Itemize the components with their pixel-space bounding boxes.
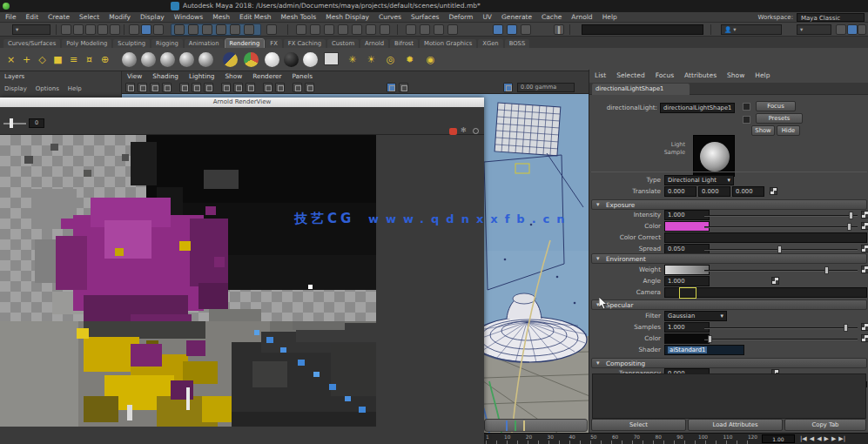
viewport-shaded-icon[interactable]	[233, 83, 243, 92]
shelf-light-icon-3[interactable]: ◎	[383, 52, 398, 67]
viewport-camera-icon[interactable]	[125, 83, 135, 92]
sequence-render-icon[interactable]	[521, 24, 531, 35]
undo-icon[interactable]	[98, 24, 108, 35]
spread-slider[interactable]	[704, 249, 858, 251]
translate-x-field[interactable]: 0.000	[664, 186, 696, 197]
translate-y-field[interactable]: 0.000	[698, 186, 730, 197]
map-texture-icon[interactable]	[861, 245, 868, 252]
display-layers-icon[interactable]	[447, 24, 458, 35]
shelf-render-settings-icon[interactable]	[324, 52, 339, 65]
menu-item[interactable]: Mesh Tools	[281, 13, 317, 21]
new-scene-icon[interactable]	[61, 24, 71, 35]
load-attributes-button[interactable]: Load Attributes	[688, 419, 783, 431]
viewport-exposure-icon[interactable]	[503, 83, 513, 92]
save-scene-icon[interactable]	[85, 24, 96, 35]
shelf-tool-icon-2[interactable]: +	[19, 52, 34, 67]
playback-button[interactable]: |◀	[800, 434, 807, 444]
hide-button[interactable]: Hide	[777, 125, 800, 136]
shelf-material-sphere-2[interactable]	[141, 52, 156, 67]
attribute-editor-menu-item[interactable]: Help	[755, 71, 770, 79]
tool-settings-toggle-icon[interactable]	[847, 24, 858, 35]
shelf-black-shader-icon[interactable]	[284, 52, 299, 67]
shelf-surface-shader-icon[interactable]	[265, 52, 279, 67]
menu-item[interactable]: Edit	[26, 13, 39, 21]
shelf-tab[interactable]: XGen	[478, 39, 502, 48]
time-tick-label[interactable]: 20	[526, 434, 532, 440]
playback-button[interactable]: ▶	[831, 434, 836, 444]
shelf-tool-icon-6[interactable]: ¤	[82, 52, 97, 67]
select-tool-icon[interactable]	[129, 24, 139, 35]
shelf-tab[interactable]: FX Caching	[284, 39, 326, 48]
redo-icon[interactable]	[110, 24, 120, 35]
filter-dropdown[interactable]: Gaussian▾	[664, 311, 727, 321]
menu-item[interactable]: Modify	[109, 13, 131, 21]
viewport-menu-item[interactable]: Renderer	[252, 72, 281, 80]
viewport-menu-item[interactable]: View	[127, 72, 142, 80]
window-titlebar[interactable]: Autodesk Maya 2018: /Users/admin/Documen…	[0, 0, 868, 12]
renderview-slider-track[interactable]	[3, 123, 26, 124]
render-settings-icon[interactable]	[434, 24, 444, 35]
render-icon[interactable]	[406, 24, 416, 35]
snap-point-icon[interactable]	[324, 24, 334, 35]
color-swatch[interactable]	[664, 221, 710, 232]
window-traffic-light-icon[interactable]	[3, 3, 10, 10]
viewport-resolution-icon[interactable]	[162, 83, 172, 92]
snap-align-icon[interactable]	[380, 24, 390, 35]
shelf-tab[interactable]: BOSS	[505, 39, 530, 48]
attribute-editor-menu-item[interactable]: Show	[727, 71, 744, 79]
renderview-slider-value[interactable]: 0	[29, 118, 44, 128]
viewport-menu-item[interactable]: Shading	[152, 72, 178, 80]
attribute-editor-menu-item[interactable]: Focus	[656, 71, 674, 79]
make-live-icon[interactable]	[366, 24, 376, 35]
pause-icon[interactable]: ‖	[554, 24, 564, 35]
viewport-xray-icon[interactable]	[387, 83, 396, 92]
shelf-light-icon-4[interactable]: ✹	[402, 52, 417, 67]
playback-button[interactable]: ◀	[817, 434, 821, 444]
viewport-gate-mask-icon[interactable]	[179, 83, 189, 92]
menu-item[interactable]: Windows	[174, 13, 203, 21]
menu-set-dropdown[interactable]: ▾	[12, 24, 50, 35]
node-name-field[interactable]: directionalLightShape1	[660, 103, 735, 113]
viewport-menu-item[interactable]: Panels	[293, 72, 313, 80]
playback-button[interactable]: ◀	[810, 434, 814, 444]
shelf-tool-icon-4[interactable]: ■	[50, 52, 65, 67]
viewport-grid-icon[interactable]	[138, 83, 147, 92]
shelf-tool-icon-1[interactable]: ×	[3, 52, 18, 67]
shelf-tab[interactable]: Motion Graphics	[420, 39, 476, 48]
attribute-editor-menu-item[interactable]: Selected	[616, 71, 645, 79]
section-specular[interactable]: Specular	[591, 299, 867, 310]
symmetry-icon[interactable]	[266, 24, 277, 35]
menu-item[interactable]: Cache	[542, 13, 562, 21]
shelf-tab[interactable]: Curves/Surfaces	[3, 39, 60, 48]
samples-slider[interactable]	[704, 327, 858, 329]
map-texture-icon[interactable]	[770, 187, 777, 195]
menu-item[interactable]: File	[5, 13, 17, 21]
snap-grid-icon[interactable]	[296, 24, 306, 35]
publish-checkbox[interactable]	[743, 116, 750, 124]
layer-panel-menu-item[interactable]: Display	[4, 85, 27, 92]
channel-box-toggle-icon[interactable]	[858, 24, 866, 35]
presets-button[interactable]: Presets	[756, 113, 803, 124]
attribute-editor-menu-item[interactable]: List	[595, 71, 606, 79]
renderview-titlebar[interactable]: Arnold RenderView	[0, 98, 484, 107]
render-image[interactable]	[0, 135, 376, 427]
viewport-field-chart-icon[interactable]	[192, 83, 201, 92]
shelf-tab[interactable]: Sculpting	[113, 39, 150, 48]
viewport-ao-icon[interactable]	[293, 83, 302, 92]
menu-item[interactable]: Display	[140, 13, 165, 21]
select-button[interactable]: Select	[591, 419, 686, 431]
paint-select-icon[interactable]	[153, 24, 164, 35]
section-exposure[interactable]: Exposure	[591, 199, 867, 210]
shelf-tab[interactable]: Poly Modeling	[62, 39, 111, 48]
rotate-tool-icon[interactable]	[188, 24, 198, 35]
menu-item[interactable]: Arnold	[571, 13, 592, 21]
current-frame-field[interactable]: 1.00	[762, 434, 795, 443]
shelf-tab[interactable]: Animation	[185, 39, 224, 48]
lasso-tool-icon[interactable]	[141, 24, 151, 35]
show-manip-icon[interactable]	[244, 24, 254, 35]
shelf-tool-icon-3[interactable]: ◇	[35, 52, 50, 67]
shader-field[interactable]: aiStandard1	[664, 345, 744, 355]
shelf-tool-icon-5[interactable]: ≡	[66, 52, 81, 67]
map-texture-icon[interactable]	[861, 334, 868, 342]
weight-swatch[interactable]	[664, 265, 710, 275]
